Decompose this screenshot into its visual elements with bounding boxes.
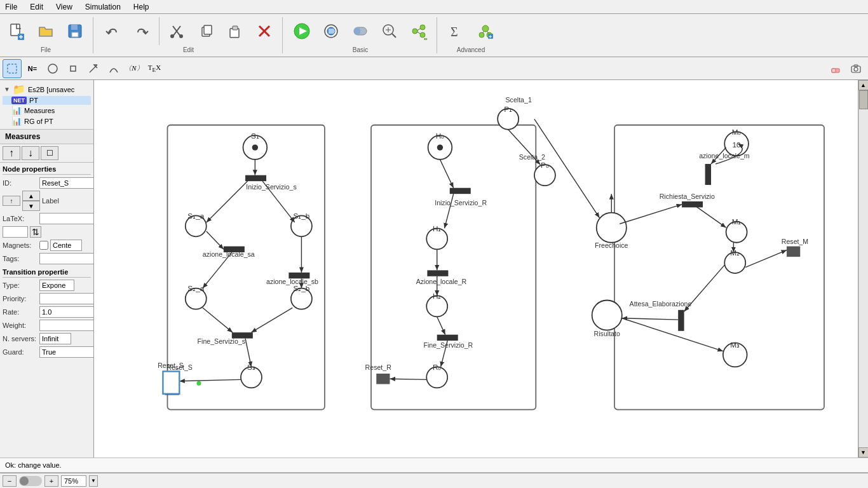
transition-richiesta[interactable]: [682, 201, 703, 207]
guard-input[interactable]: [39, 346, 93, 358]
svg-point-42: [48, 64, 57, 73]
transition-inizio-s[interactable]: [245, 175, 266, 181]
record-button[interactable]: [317, 17, 345, 45]
scroll-track[interactable]: [859, 90, 868, 447]
node-props-title: Node properties: [3, 165, 91, 175]
add-node-button[interactable]: ☐: [41, 146, 58, 160]
minus-button[interactable]: −: [3, 475, 17, 487]
priority-input[interactable]: [39, 293, 93, 304]
tex-tool[interactable]: TEX: [145, 59, 164, 78]
paste-button[interactable]: [221, 17, 249, 45]
svg-text:S₁_a: S₁_a: [187, 212, 204, 220]
weight-input[interactable]: [39, 320, 93, 331]
color-picker[interactable]: [3, 226, 28, 238]
right-scrollbar[interactable]: ▲ ▼: [858, 80, 868, 458]
tree-net-pt[interactable]: NET PT: [3, 96, 91, 105]
scroll-thumb[interactable]: [859, 90, 868, 109]
switch-button[interactable]: [346, 17, 374, 45]
scroll-down-arrow[interactable]: ▼: [858, 447, 869, 458]
label-spinner-down[interactable]: ↑: [3, 196, 20, 206]
petri-net-canvas[interactable]: S₁ P₁ Scelta_1 P₀ Scelta_2 H₀ S₁_a S₁_b …: [94, 80, 858, 458]
color-spinner[interactable]: ⇅: [30, 226, 41, 238]
run-button[interactable]: [288, 17, 316, 45]
svg-text:Fine_Servizio_s: Fine_Servizio_s: [198, 337, 245, 345]
scroll-up-arrow[interactable]: ▲: [858, 80, 869, 90]
label-up[interactable]: ▲: [22, 191, 40, 201]
move-up-button[interactable]: ↑: [3, 146, 20, 160]
tree-project[interactable]: ▼ 📁 Es2B [unsavec: [3, 83, 91, 96]
main-toolbar: File: [0, 14, 868, 57]
eraser-button[interactable]: [826, 59, 845, 78]
place-tool[interactable]: [43, 59, 62, 78]
rg-button[interactable]: RG: [405, 17, 433, 45]
new-button[interactable]: [3, 17, 31, 45]
analyze-button[interactable]: [376, 17, 403, 45]
token-tool[interactable]: 〈N〉: [125, 59, 144, 78]
arc-tool[interactable]: [104, 59, 123, 78]
cut-button[interactable]: [163, 17, 191, 45]
redo-button[interactable]: [128, 17, 156, 45]
move-down-button[interactable]: ↓: [22, 146, 39, 160]
measures-section-label: Measures: [0, 130, 93, 144]
tree-rg-of-pt[interactable]: 📊 RG of PT: [3, 116, 91, 126]
label-down[interactable]: ▼: [22, 201, 40, 211]
magnets-label: Magnets:: [3, 241, 37, 249]
magnets-input[interactable]: [50, 240, 82, 251]
n-servers-input[interactable]: [39, 333, 71, 344]
undo-button[interactable]: [98, 17, 126, 45]
delete-button[interactable]: [250, 17, 278, 45]
place-Freechoice[interactable]: [597, 213, 627, 243]
transition-reset-s-selected[interactable]: [163, 371, 179, 393]
rate-input[interactable]: [39, 306, 93, 318]
menu-file[interactable]: File: [3, 3, 20, 11]
plus-button[interactable]: +: [44, 475, 58, 487]
transition-inizio-r[interactable]: [450, 188, 471, 194]
menu-help[interactable]: Help: [131, 3, 152, 11]
menu-simulation[interactable]: Simulation: [83, 3, 123, 11]
svg-point-27: [412, 29, 417, 34]
advanced2-button[interactable]: +: [471, 17, 499, 45]
menu-view[interactable]: View: [53, 3, 75, 11]
svg-point-34: [482, 25, 489, 32]
transition-reset-m[interactable]: [787, 247, 800, 257]
svg-rect-53: [371, 125, 536, 410]
camera-button[interactable]: [846, 59, 865, 78]
tags-label: Tags:: [3, 255, 37, 262]
arrow-tool[interactable]: [84, 59, 103, 78]
zoom-dropdown[interactable]: ▼: [89, 475, 98, 487]
type-input[interactable]: [39, 280, 74, 291]
copy-button[interactable]: [192, 17, 220, 45]
svg-point-85: [196, 381, 201, 386]
label-label: Label: [42, 197, 77, 205]
measures-label: Measures: [24, 107, 55, 114]
n-equals-tool[interactable]: N=: [23, 59, 42, 78]
svg-text:H₀: H₀: [436, 132, 445, 140]
latex-input[interactable]: [39, 213, 93, 224]
svg-text:Inizio_Servizio_R: Inizio_Servizio_R: [435, 199, 487, 207]
svg-point-28: [420, 25, 425, 30]
menu-edit[interactable]: Edit: [27, 3, 46, 11]
rect-tool[interactable]: [64, 59, 83, 78]
id-input[interactable]: [39, 177, 93, 189]
place-Risultato[interactable]: [592, 300, 622, 330]
latex-row: LaTeX:: [3, 213, 91, 224]
tags-input[interactable]: [39, 253, 93, 264]
transition-azione-r[interactable]: [427, 270, 448, 276]
svg-point-35: [479, 32, 484, 37]
save-button[interactable]: [61, 17, 89, 45]
svg-text:azione_locale_sa: azione_locale_sa: [203, 250, 255, 258]
magnets-checkbox[interactable]: [39, 241, 48, 250]
open-button[interactable]: [32, 17, 60, 45]
transition-reset-r[interactable]: [376, 374, 390, 384]
svg-text:Reset_M: Reset_M: [782, 238, 808, 245]
transition-fine-r[interactable]: [437, 335, 458, 341]
svg-line-109: [390, 379, 426, 379]
svg-point-61: [437, 144, 443, 150]
select-tool[interactable]: [3, 59, 22, 78]
toggle-switch[interactable]: [19, 476, 42, 486]
transition-azione-m[interactable]: [705, 164, 711, 185]
transition-attesa[interactable]: [678, 310, 684, 331]
sigma-button[interactable]: Σ: [442, 17, 470, 45]
weight-label: Weight:: [3, 322, 37, 329]
tree-measures[interactable]: 📊 Measures: [3, 105, 91, 116]
